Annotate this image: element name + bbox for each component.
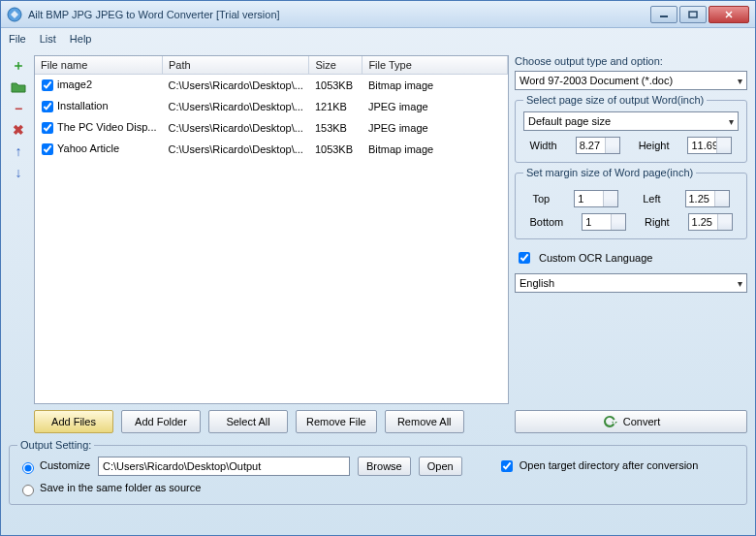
close-icon: [724, 11, 734, 18]
table-row[interactable]: Installation C:\Users\Ricardo\Desktop\..…: [35, 96, 508, 117]
delete-icon[interactable]: ✖: [11, 122, 26, 138]
open-target-label[interactable]: Open target directory after conversion: [497, 457, 699, 475]
page-size-group: Select page size of output Word(inch) De…: [515, 94, 747, 163]
refresh-icon: [602, 414, 617, 429]
row-size: 153KB: [309, 117, 362, 139]
menu-file[interactable]: File: [9, 33, 26, 45]
same-folder-radio-label[interactable]: Save in the same folder as source: [17, 482, 201, 496]
output-row-2: Save in the same folder as source: [17, 482, 739, 496]
file-table-wrap: File name Path Size File Type image2 C:\…: [34, 55, 509, 404]
output-path-value: C:\Users\Ricardo\Desktop\Output: [103, 460, 261, 472]
open-target-checkbox[interactable]: [501, 460, 513, 472]
right-spinner[interactable]: 1.25: [688, 213, 733, 231]
open-target-text: Open target directory after conversion: [520, 459, 699, 471]
row-type: JPEG image: [362, 96, 508, 117]
table-row[interactable]: image2 C:\Users\Ricardo\Desktop\... 1053…: [35, 75, 508, 97]
menu-list[interactable]: List: [40, 33, 56, 45]
add-folder-button[interactable]: Add Folder: [121, 410, 201, 433]
left-value: 1.25: [689, 193, 709, 205]
col-filetype[interactable]: File Type: [362, 56, 508, 75]
output-path-input[interactable]: C:\Users\Ricardo\Desktop\Output: [98, 457, 350, 476]
top-label: Top: [532, 193, 550, 205]
customize-text: Customize: [40, 459, 90, 471]
close-button[interactable]: [709, 6, 749, 23]
add-folder-icon[interactable]: [11, 79, 26, 95]
add-files-button[interactable]: Add Files: [34, 410, 113, 433]
height-spinner[interactable]: 11.69: [687, 137, 732, 154]
browse-button[interactable]: Browse: [358, 457, 411, 476]
row-filename: image2: [57, 79, 92, 90]
ocr-language-select[interactable]: English: [515, 273, 747, 293]
width-value: 8.27: [580, 140, 600, 151]
open-button[interactable]: Open: [419, 457, 462, 476]
table-row[interactable]: Yahoo Article C:\Users\Ricardo\Desktop\.…: [35, 139, 508, 160]
svg-rect-1: [660, 16, 668, 17]
output-type-select[interactable]: Word 97-2003 Document (*.doc): [515, 71, 747, 90]
top-spinner[interactable]: 1: [574, 190, 618, 207]
row-checkbox[interactable]: [42, 79, 53, 91]
select-all-button[interactable]: Select All: [208, 410, 288, 433]
ocr-row: Custom OCR Language: [515, 249, 747, 267]
table-header-row: File name Path Size File Type: [35, 56, 508, 75]
row-checkbox[interactable]: [42, 122, 53, 134]
maximize-icon: [688, 11, 698, 18]
ocr-label: Custom OCR Language: [539, 252, 652, 264]
app-window: Ailt BMP JPG JPEG to Word Converter [Tri…: [0, 0, 756, 536]
menu-help[interactable]: Help: [70, 33, 92, 45]
remove-icon[interactable]: −: [11, 101, 26, 116]
file-panel: File name Path Size File Type image2 C:\…: [34, 55, 509, 433]
col-path[interactable]: Path: [163, 56, 309, 75]
same-folder-radio[interactable]: [22, 485, 34, 496]
col-filename[interactable]: File name: [35, 56, 163, 75]
output-setting-group: Output Setting: Customize C:\Users\Ricar…: [9, 439, 747, 505]
width-label: Width: [530, 140, 557, 151]
window-controls: [650, 6, 749, 23]
file-button-row: Add Files Add Folder Select All Remove F…: [34, 410, 509, 433]
row-filename: Yahoo Article: [57, 142, 119, 154]
client-area: ＋ − ✖ ↑ ↓ File name Path Size: [1, 49, 755, 535]
output-type-label: Choose output type and option:: [515, 55, 747, 67]
height-value: 11.69: [691, 140, 718, 151]
row-checkbox[interactable]: [42, 143, 53, 155]
minimize-button[interactable]: [650, 6, 677, 23]
output-setting-legend: Output Setting:: [17, 439, 94, 451]
menubar: File List Help: [1, 28, 755, 49]
margin-group: Set margin size of Word page(inch) Top 1…: [515, 167, 747, 239]
row-filename: Installation: [57, 100, 109, 111]
move-down-icon[interactable]: ↓: [11, 165, 26, 180]
col-size[interactable]: Size: [309, 56, 362, 75]
row-path: C:\Users\Ricardo\Desktop\...: [163, 139, 309, 160]
ocr-checkbox[interactable]: [519, 252, 530, 264]
remove-file-button[interactable]: Remove File: [296, 410, 377, 433]
maximize-button[interactable]: [679, 6, 707, 23]
convert-button[interactable]: Convert: [515, 410, 747, 433]
default-page-size-select[interactable]: Default page size: [523, 111, 739, 131]
move-up-icon[interactable]: ↑: [11, 143, 26, 159]
row-size: 121KB: [309, 96, 362, 117]
remove-all-button[interactable]: Remove All: [385, 410, 464, 433]
add-file-icon[interactable]: ＋: [11, 58, 26, 74]
window-title: Ailt BMP JPG JPEG to Word Converter [Tri…: [28, 9, 650, 20]
convert-label: Convert: [623, 416, 661, 427]
row-type: JPEG image: [362, 117, 508, 139]
customize-radio[interactable]: [22, 462, 34, 474]
app-icon: [7, 7, 22, 22]
row-path: C:\Users\Ricardo\Desktop\...: [163, 96, 309, 117]
table-row[interactable]: The PC Video Disp... C:\Users\Ricardo\De…: [35, 117, 508, 139]
page-size-legend: Select page size of output Word(inch): [523, 94, 707, 106]
left-label: Left: [643, 193, 660, 205]
bottom-spinner[interactable]: 1: [582, 213, 626, 231]
left-toolbar: ＋ − ✖ ↑ ↓: [9, 55, 28, 433]
right-label: Right: [645, 216, 670, 228]
width-spinner[interactable]: 8.27: [576, 137, 620, 154]
left-spinner[interactable]: 1.25: [685, 190, 730, 207]
file-table: File name Path Size File Type image2 C:\…: [35, 56, 508, 160]
titlebar: Ailt BMP JPG JPEG to Word Converter [Tri…: [1, 1, 755, 28]
output-row-1: Customize C:\Users\Ricardo\Desktop\Outpu…: [17, 457, 739, 476]
same-folder-text: Save in the same folder as source: [40, 482, 201, 493]
height-label: Height: [639, 140, 670, 151]
row-filename: The PC Video Disp...: [57, 121, 157, 133]
row-checkbox[interactable]: [42, 101, 53, 112]
customize-radio-label[interactable]: Customize: [17, 459, 90, 474]
row-size: 1053KB: [309, 75, 362, 97]
